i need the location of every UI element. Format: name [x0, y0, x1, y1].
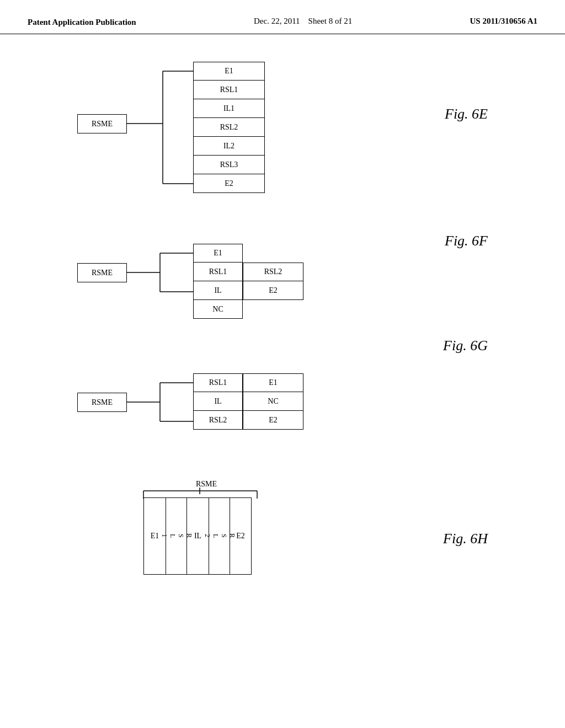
fig6g-rsme-box: RSME: [77, 393, 127, 412]
fig6f-label: Fig. 6F: [445, 233, 488, 249]
fig6e-label: Fig. 6E: [445, 106, 488, 122]
fig6g-cell-e1: E1: [243, 373, 303, 392]
fig6f-cell-nc: NC: [193, 300, 243, 319]
fig6e-lines: [33, 62, 532, 216]
fig6f-cell-rsl1: RSL1: [193, 263, 243, 281]
header-left: Patent Application Publication: [28, 17, 136, 28]
publication-title: Patent Application Publication: [28, 18, 136, 26]
fig6e-cell-il2: IL2: [193, 137, 265, 156]
fig6g-cell-nc: NC: [243, 392, 303, 411]
fig6f-cell-rsl2: RSL2: [243, 263, 303, 281]
fig6e-cell-il1: IL1: [193, 99, 265, 118]
fig6g-label-row: Fig. 6G: [33, 338, 532, 360]
header-right: US 2011/310656 A1: [470, 17, 537, 26]
fig6g-cell-rsl1: RSL1: [193, 373, 243, 392]
fig6e-cell-e2: E2: [193, 174, 265, 193]
fig6e-cell-rsl1: RSL1: [193, 81, 265, 99]
fig6h-cell-rsl1: RSL1: [166, 497, 186, 575]
fig6f-cell-e1: E1: [193, 244, 243, 263]
fig6e-diagram: Fig. 6E RSME E1 RSL1 IL1 RSL2 IL2 RSL3 E…: [33, 62, 532, 216]
main-content: Fig. 6E RSME E1 RSL1 IL1 RSL2 IL2 RSL3 E…: [0, 34, 565, 630]
fig6g-label: Fig. 6G: [443, 338, 488, 354]
fig6g-cell-rsl2: RSL2: [193, 411, 243, 430]
fig6f-diagram: Fig. 6F RSME E1 RSL1 IL NC RSL2 E2: [33, 233, 532, 321]
publication-date: Dec. 22, 2011: [254, 17, 300, 25]
fig6e-cell-rsl2: RSL2: [193, 118, 265, 137]
fig6g-diagram: RSME RSL1 IL RSL2 E1 NC E2: [33, 365, 532, 459]
fig6h-cell-rsl2: RSL2: [209, 497, 230, 575]
fig6e-cell-rsl3: RSL3: [193, 156, 265, 174]
fig6g-cell-e2: E2: [243, 411, 303, 430]
header-center: Dec. 22, 2011 Sheet 8 of 21: [254, 17, 352, 26]
sheet-number: Sheet 8 of 21: [308, 17, 353, 25]
fig6f-cell-il: IL: [193, 281, 243, 300]
fig6h-cells: E1 RSL1 IL RSL2 E2: [143, 497, 252, 575]
fig6f-col1: E1 RSL1 IL NC: [193, 244, 243, 319]
fig6h-cell-e2: E2: [230, 497, 252, 575]
fig6g-col1: RSL1 IL RSL2: [193, 373, 243, 430]
fig6f-cell-e2: E2: [243, 281, 303, 300]
page-header: Patent Application Publication Dec. 22, …: [0, 0, 565, 34]
fig6f-col2: RSL2 E2: [243, 263, 303, 300]
fig6h-label: Fig. 6H: [443, 531, 488, 547]
fig6f-rsme-box: RSME: [77, 263, 127, 282]
fig6e-cell-e1: E1: [193, 62, 265, 81]
fig6h-diagram: Fig. 6H RSME E1 RSL1 IL RSL2 E2: [33, 475, 532, 602]
fig6g-cell-il: IL: [193, 392, 243, 411]
patent-number: US 2011/310656 A1: [470, 17, 537, 25]
fig6g-col2: E1 NC E2: [243, 373, 303, 430]
fig6e-stack: E1 RSL1 IL1 RSL2 IL2 RSL3 E2: [193, 62, 265, 193]
fig6e-rsme-box: RSME: [77, 114, 127, 133]
